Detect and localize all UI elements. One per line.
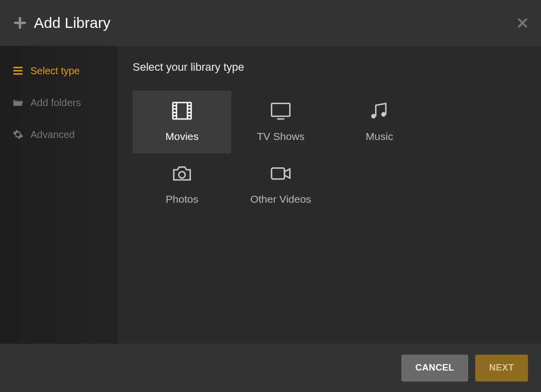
type-card-label: Music — [366, 131, 393, 142]
main-title: Select your library type — [133, 61, 526, 74]
svg-rect-1 — [14, 22, 25, 24]
type-card-movies[interactable]: Movies — [133, 91, 231, 153]
sidebar-item-label: Select type — [30, 65, 80, 77]
tv-icon — [270, 102, 292, 120]
modal-header: Add Library — [0, 0, 541, 46]
modal-body: Select type Add folders Advanced Select … — [0, 46, 541, 344]
type-card-photos[interactable]: Photos — [133, 153, 231, 216]
svg-rect-16 — [272, 104, 290, 117]
modal-footer: CANCEL NEXT — [0, 344, 541, 392]
type-card-tv-shows[interactable]: TV Shows — [231, 91, 330, 153]
music-icon — [368, 102, 390, 120]
camera-icon — [171, 164, 193, 182]
type-card-label: Other Videos — [250, 193, 311, 205]
sidebar-item-select-type[interactable]: Select type — [0, 55, 118, 87]
sidebar-item-add-folders[interactable]: Add folders — [0, 87, 118, 119]
sidebar: Select type Add folders Advanced — [0, 46, 118, 344]
type-card-other-videos[interactable]: Other Videos — [231, 153, 330, 216]
svg-point-19 — [381, 112, 386, 117]
folder-open-icon — [12, 97, 23, 108]
modal-title: Add Library — [34, 14, 110, 31]
type-card-music[interactable]: Music — [330, 91, 429, 153]
list-icon — [12, 65, 23, 76]
next-button[interactable]: NEXT — [475, 355, 528, 382]
svg-point-20 — [179, 172, 185, 178]
plus-icon — [13, 16, 27, 30]
main-panel: Select your library type Movies — [118, 46, 541, 344]
sidebar-item-label: Add folders — [30, 97, 81, 109]
film-icon — [171, 102, 193, 120]
library-type-grid: Movies TV Shows — [133, 91, 526, 216]
add-library-modal: Add Library Select type Add folders — [0, 0, 541, 392]
video-camera-icon — [270, 164, 292, 182]
sidebar-item-label: Advanced — [30, 129, 75, 140]
close-button[interactable] — [517, 17, 528, 28]
gear-icon — [12, 129, 23, 140]
type-card-label: Movies — [166, 131, 199, 142]
type-card-label: Photos — [166, 193, 198, 205]
svg-rect-21 — [272, 168, 285, 179]
sidebar-item-advanced[interactable]: Advanced — [0, 119, 118, 150]
type-card-label: TV Shows — [257, 131, 305, 142]
cancel-button[interactable]: CANCEL — [401, 355, 468, 382]
svg-point-18 — [371, 114, 375, 119]
svg-rect-5 — [173, 103, 191, 119]
